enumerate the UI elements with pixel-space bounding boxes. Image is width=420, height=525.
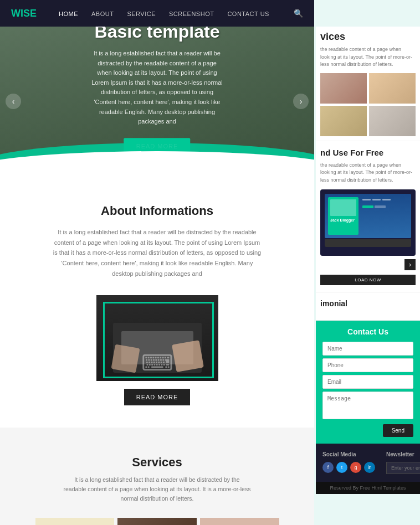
hero-section: Basic template It is a long established … xyxy=(0,27,314,176)
laptop-nav-bar xyxy=(362,199,406,203)
rs-vices-title: vices xyxy=(320,31,416,43)
download-now-button[interactable]: LOAD NOW xyxy=(320,275,416,285)
service-card-1[interactable] xyxy=(35,518,115,525)
rs-free-desc: the readable content of a page when look… xyxy=(320,162,416,184)
laptop-next-arrow[interactable]: › xyxy=(320,259,416,270)
hero-description: It is a long established fact that a rea… xyxy=(90,49,225,127)
hero-next-button[interactable]: › xyxy=(293,94,309,109)
rs-free-title: nd Use For Free xyxy=(320,148,416,157)
service-card-3[interactable] xyxy=(200,518,279,525)
rs-photo-1 xyxy=(320,73,367,104)
right-sidebar: vices the readable content of a page whe… xyxy=(316,27,420,494)
rs-photo-3 xyxy=(320,106,367,136)
laptop-buttons xyxy=(362,205,406,208)
nav-about[interactable]: ABOUT xyxy=(91,11,114,17)
newsletter-email-input[interactable] xyxy=(386,462,420,474)
rs-photo-4 xyxy=(369,106,416,136)
laptop-screen: Jack Blogger xyxy=(325,194,411,238)
service-card-2[interactable] xyxy=(117,518,197,525)
contact-name-input[interactable] xyxy=(322,342,413,356)
rs-top-desc: the readable content of a page when look… xyxy=(320,46,416,69)
social-icons-container: f t g in xyxy=(322,462,375,473)
contact-message-input[interactable] xyxy=(322,392,413,419)
contact-form-title: Contact Us xyxy=(322,327,413,336)
nav-service[interactable]: SERVICE xyxy=(127,11,156,17)
footer-social: Social Media f t g in xyxy=(322,451,375,473)
services-description: It is a long established fact that a rea… xyxy=(63,475,252,503)
about-section: About Informations It is a long establis… xyxy=(0,176,314,428)
laptop-preview: Jack Blogger xyxy=(320,189,416,256)
about-read-more-button[interactable]: READ MORE xyxy=(124,389,191,405)
hero-prev-button[interactable]: ‹ xyxy=(6,94,21,109)
about-image-container xyxy=(96,295,218,381)
nav-home[interactable]: HOME xyxy=(59,11,78,17)
copyright-template-text: Free Html Templates xyxy=(360,485,406,491)
logo[interactable]: WISE xyxy=(11,8,37,19)
laptop-btn-secondary xyxy=(375,205,386,208)
about-description: It is a long established fact that a rea… xyxy=(52,227,263,279)
footer-newsletter: Newsletter Subscribe xyxy=(386,451,420,474)
contact-form-panel: Contact Us Send xyxy=(316,321,420,444)
contact-email-input[interactable] xyxy=(322,375,413,389)
nav-links: HOME ABOUT SERVICE SCREENSHOT CONTACT US xyxy=(59,8,269,18)
services-section: Services It is a long established fact t… xyxy=(0,428,314,525)
laptop-right-panel xyxy=(361,197,408,235)
services-title: Services xyxy=(22,455,292,470)
rs-testimonial-section: imonial xyxy=(316,292,420,321)
twitter-icon[interactable]: t xyxy=(336,462,347,473)
footer-strip: Social Media f t g in Newsletter Subscri… xyxy=(316,444,420,482)
newsletter-form: Subscribe xyxy=(386,462,420,474)
rs-photos-grid xyxy=(320,73,416,136)
about-image xyxy=(96,295,218,381)
copyright-text: Reserved By xyxy=(330,485,360,491)
rs-section-top: vices the readable content of a page whe… xyxy=(316,27,420,141)
linkedin-icon[interactable]: in xyxy=(364,462,375,473)
footer-copyright: Reserved By Free Html Templates xyxy=(316,482,420,494)
laptop-btn-primary xyxy=(362,205,373,208)
blogger-name: Jack Blogger xyxy=(330,218,356,222)
nav-contact[interactable]: CONTACT US xyxy=(227,11,269,17)
rs-testimonial-title: imonial xyxy=(320,299,416,308)
hero-title: Basic template xyxy=(90,27,225,42)
about-title: About Informations xyxy=(33,204,281,218)
contact-send-button[interactable]: Send xyxy=(383,424,413,437)
laptop-preview-container: Jack Blogger xyxy=(320,189,416,256)
laptop-base xyxy=(325,239,411,247)
facebook-icon[interactable]: f xyxy=(322,462,334,473)
newsletter-title: Newsletter xyxy=(386,451,420,457)
google-plus-icon[interactable]: g xyxy=(350,462,361,473)
search-icon[interactable]: 🔍 xyxy=(294,9,303,18)
contact-phone-input[interactable] xyxy=(322,358,413,372)
laptop-profile-image xyxy=(330,199,356,216)
rs-free-section: nd Use For Free the readable content of … xyxy=(316,141,420,293)
services-grid xyxy=(35,518,279,525)
rs-photo-2 xyxy=(369,73,416,104)
social-media-title: Social Media xyxy=(322,451,375,457)
nav-screenshot[interactable]: SCREENSHOT xyxy=(169,11,214,17)
navbar: WISE HOME ABOUT SERVICE SCREENSHOT CONTA… xyxy=(0,0,314,27)
laptop-left-panel: Jack Blogger xyxy=(328,197,358,235)
